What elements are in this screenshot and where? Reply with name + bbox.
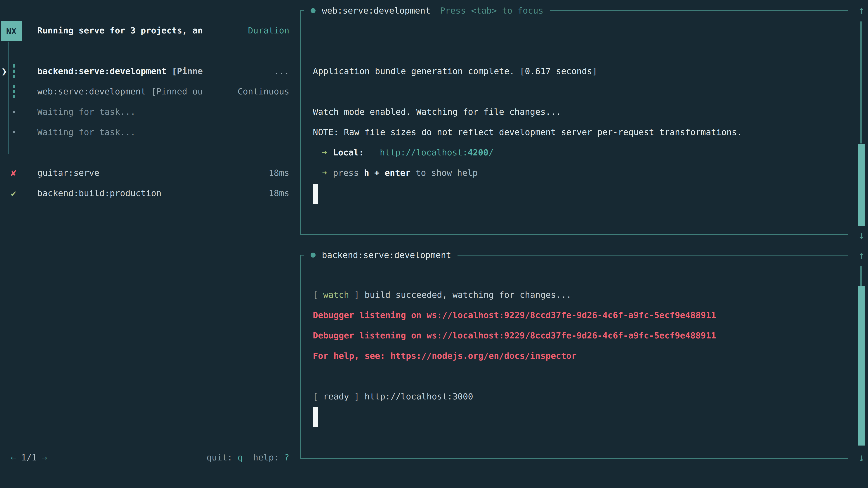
scrollbar-track[interactable] bbox=[860, 266, 862, 286]
task-row-waiting: Waiting for task... bbox=[37, 122, 289, 142]
task-row-waiting: Waiting for task... bbox=[37, 102, 289, 122]
status-dot-icon bbox=[311, 253, 315, 258]
focus-hint: Press <tab> to focus bbox=[440, 6, 544, 15]
task-status: Continuous bbox=[238, 87, 289, 96]
task-tree-line bbox=[8, 41, 9, 154]
nx-logo: NX bbox=[1, 21, 22, 41]
scrollbar-thumb[interactable] bbox=[858, 144, 865, 226]
scroll-up-icon[interactable]: ↑ bbox=[855, 0, 868, 20]
watch-tag: watch bbox=[323, 290, 349, 300]
task-status: ... bbox=[274, 66, 289, 76]
debugger-text: Debugger listening on ws://localhost:922… bbox=[313, 330, 716, 340]
running-indicator-icon bbox=[13, 64, 15, 78]
waiting-label: Waiting for task... bbox=[37, 127, 135, 137]
page-left-arrow-icon[interactable]: ← bbox=[11, 453, 16, 462]
pane-bottom-border bbox=[300, 234, 848, 235]
task-name: web:serve:development bbox=[37, 87, 146, 96]
task-name: backend:serve:development bbox=[37, 66, 166, 76]
selected-caret-icon: ❯ bbox=[1, 61, 13, 81]
pane-left-border bbox=[300, 255, 301, 459]
help-keys: h + enter bbox=[364, 168, 410, 178]
log-line: NOTE: Raw file sizes do not reflect deve… bbox=[313, 122, 742, 142]
pane-header: backend:serve:development bbox=[304, 245, 458, 265]
waiting-indicator-icon bbox=[13, 131, 15, 133]
ready-line: [ ready ] http://localhost:3000 bbox=[313, 386, 473, 407]
local-url-line: ➜ Local: http://localhost:4200/ bbox=[313, 142, 494, 163]
task-suffix: [Pinned ou bbox=[146, 87, 203, 96]
help-post: to show help bbox=[410, 168, 477, 178]
inspector-help-line: For help, see: https://nodejs.org/en/doc… bbox=[313, 346, 577, 366]
quit-label: quit: bbox=[207, 453, 238, 462]
bracket: [ bbox=[313, 290, 323, 300]
status-dot-icon bbox=[311, 8, 315, 13]
bracket: ] bbox=[349, 290, 365, 300]
ready-tag: ready bbox=[323, 392, 349, 401]
task-suffix: [Pinne bbox=[166, 66, 203, 76]
pane-title-text: web:serve:development bbox=[322, 6, 430, 15]
debugger-line: Debugger listening on ws://localhost:922… bbox=[313, 325, 716, 346]
waiting-label: Waiting for task... bbox=[37, 107, 135, 117]
scroll-down-icon[interactable]: ↓ bbox=[855, 447, 868, 468]
debugger-line: Debugger listening on ws://localhost:922… bbox=[313, 305, 716, 325]
task-row-guitar-serve[interactable]: guitar:serve 18ms bbox=[37, 163, 289, 183]
failed-icon: ✘ bbox=[11, 163, 24, 183]
task-list-header: Running serve for 3 projects, an Duratio… bbox=[37, 20, 289, 41]
task-list-title: Running serve for 3 projects, an bbox=[37, 26, 203, 35]
running-indicator-icon bbox=[13, 85, 15, 98]
watch-mode-text: Watch mode enabled. Watching for file ch… bbox=[313, 107, 561, 117]
help-pre: press bbox=[333, 168, 364, 178]
bracket: [ bbox=[313, 392, 323, 401]
task-row-web-serve[interactable]: web:serve:development [Pinned ou Continu… bbox=[37, 81, 289, 102]
watch-status-line: [ watch ] build succeeded, watching for … bbox=[313, 285, 571, 305]
scroll-up-icon[interactable]: ↑ bbox=[855, 245, 868, 265]
page-indicator bbox=[16, 453, 21, 462]
waiting-indicator-icon bbox=[13, 111, 15, 113]
local-url[interactable]: http://localhost:4200/ bbox=[380, 148, 493, 158]
ready-url[interactable]: http://localhost:3000 bbox=[365, 392, 473, 401]
task-name: backend:build:production bbox=[37, 188, 161, 198]
terminal-cursor bbox=[313, 184, 318, 204]
page-number: 1/1 bbox=[21, 453, 37, 462]
scrollbar-thumb[interactable] bbox=[858, 286, 865, 446]
bracket: ] bbox=[349, 392, 365, 401]
duration-column-header: Duration bbox=[248, 26, 289, 35]
terminal-cursor bbox=[313, 407, 318, 427]
note-text: NOTE: Raw file sizes do not reflect deve… bbox=[313, 127, 742, 137]
pane-title-text: backend:serve:development bbox=[322, 250, 451, 260]
task-row-backend-build[interactable]: backend:build:production 18ms bbox=[37, 183, 289, 203]
scrollbar-track[interactable] bbox=[860, 22, 862, 143]
task-name: guitar:serve bbox=[37, 168, 99, 178]
help-key: ? bbox=[284, 453, 289, 462]
arrow-icon: ➜ bbox=[322, 168, 327, 178]
arrow-icon: ➜ bbox=[322, 148, 327, 158]
scroll-down-icon[interactable]: ↓ bbox=[855, 225, 868, 245]
pane-bottom-border bbox=[300, 458, 848, 459]
pane-left-border bbox=[300, 10, 301, 235]
watch-message: build succeeded, watching for changes... bbox=[365, 290, 571, 300]
inspector-help-text: For help, see: https://nodejs.org/en/doc… bbox=[313, 351, 577, 361]
local-label: Local: bbox=[333, 148, 364, 158]
task-duration: 18ms bbox=[269, 188, 289, 198]
task-row-backend-serve[interactable]: backend:serve:development [Pinne ... bbox=[37, 61, 289, 81]
bundle-complete-text: Application bundle generation complete. … bbox=[313, 66, 597, 76]
pane-header: web:serve:development Press <tab> to foc… bbox=[304, 1, 550, 20]
quit-key: q bbox=[238, 453, 243, 462]
keybinding-hints: quit: q help: ? bbox=[37, 447, 289, 468]
help-hint-line: ➜ press h + enter to show help bbox=[313, 163, 478, 183]
log-line: Application bundle generation complete. … bbox=[313, 61, 597, 81]
success-icon: ✔ bbox=[11, 183, 24, 203]
help-label: help: bbox=[243, 453, 284, 462]
debugger-text: Debugger listening on ws://localhost:922… bbox=[313, 310, 716, 320]
task-duration: 18ms bbox=[269, 168, 289, 178]
log-line: Watch mode enabled. Watching for file ch… bbox=[313, 102, 561, 122]
